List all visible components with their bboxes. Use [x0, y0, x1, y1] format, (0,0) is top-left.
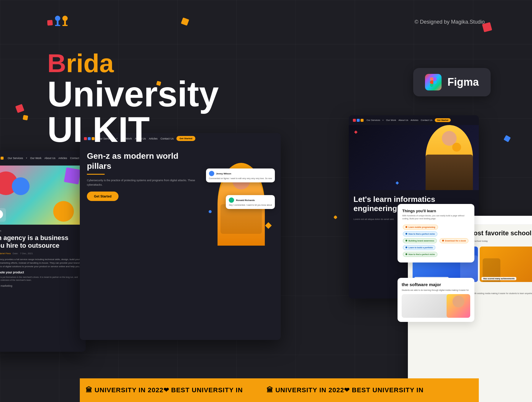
learn-tag-label-3: Download the e-book	[445, 240, 466, 242]
tr-card-nav: Our Services ▾ Our Work About Us Article…	[349, 115, 479, 125]
chat-name-2: Ronald Richards	[236, 199, 255, 202]
meta-date: 7 Dec, 2021	[20, 252, 33, 255]
preview-area: Our Services ▾ Our Work About Us Article…	[0, 127, 532, 402]
left-card-nav-links: Our Services ▾ Our Work About Us Article…	[8, 154, 86, 162]
person-deco-blue	[209, 210, 212, 213]
chat-text-2: Hey I commented. I want to let you know …	[229, 204, 272, 207]
learn-card-title: Things you'll learn	[402, 209, 470, 213]
left-card-image	[0, 166, 86, 225]
learn-tag-dot-5	[406, 253, 407, 255]
brida-b: B	[47, 48, 66, 78]
learn-tag-3[interactable]: Download the e-book	[439, 238, 469, 243]
avatar-placeholder	[0, 208, 6, 222]
left-card-promote-title: Promote your product	[0, 271, 81, 274]
copyright-text: © Designed by Magika.Studio	[415, 19, 485, 25]
tr-nav-articles[interactable]: Articles	[411, 119, 418, 121]
svg-point-1	[55, 16, 60, 21]
nav-our-work[interactable]: Our Work	[30, 157, 41, 160]
nav-dot-yellow	[1, 157, 4, 160]
card-center: Our Services ▾ Our Work About Us Article…	[80, 133, 281, 340]
tr-person	[426, 125, 473, 190]
learn-tag-0[interactable]: Learn mobile programming	[403, 225, 438, 230]
tr-deco-gold	[452, 143, 461, 152]
chat-bubble-2-header: Ronald Richards	[229, 197, 272, 203]
left-card-nav: Our Services ▾ Our Work About Us Article…	[0, 151, 86, 166]
software-card: the software major Students are able to …	[398, 278, 474, 322]
learn-card: Things you'll learn With hundreds of uni…	[398, 204, 474, 262]
deco-square-6	[15, 104, 25, 113]
title-university: University	[47, 76, 219, 112]
svg-rect-5	[64, 21, 66, 25]
learn-tag-dot-4	[406, 247, 407, 248]
learn-tag-label-0: Learn mobile programming	[408, 226, 435, 228]
tr-nav-dot-red	[353, 119, 356, 122]
tr-nav-contact[interactable]: Contact Us	[421, 119, 432, 121]
main-title-section: Brida University UI KIT	[47, 50, 219, 147]
left-card-body: Design An agency is a business you hire …	[0, 225, 86, 292]
left-card-tag: Design	[0, 229, 81, 232]
tr-person-shape	[426, 125, 473, 190]
nav-dropdown-arrow: ▾	[26, 157, 27, 159]
tr-nav-work[interactable]: Our Work	[386, 119, 396, 121]
software-subtitle: Students are able to do learning through…	[402, 289, 470, 292]
learn-tag-label-4: Learn to build a portfolio	[408, 247, 433, 249]
tr-nav-services[interactable]: Our Services	[366, 119, 380, 121]
svg-rect-6	[62, 25, 68, 26]
learn-tag-label-2: Building brand awareness	[408, 240, 434, 242]
avatar-circle	[0, 210, 3, 219]
learn-tag-1[interactable]: How to find a perfect niche	[403, 231, 437, 236]
shape-orange-circle	[53, 201, 74, 222]
chat-text-1: Commented on figma: I want to edit very …	[209, 177, 272, 180]
logo-icon	[47, 15, 71, 30]
software-title: the software major	[402, 282, 470, 287]
chat-avatar-2	[229, 197, 234, 203]
tr-nav-dot-blue	[357, 119, 360, 122]
software-person-thumb	[447, 294, 470, 318]
ticker-bar: 🏛 UNIVERSITY IN 2022❤ BEST UNIVERSITY IN…	[80, 378, 479, 402]
center-cta-button[interactable]: Get Started	[87, 192, 119, 201]
svg-rect-2	[57, 21, 59, 25]
card-left: Our Services ▾ Our Work About Us Article…	[0, 151, 86, 352]
figma-badge[interactable]: Figma	[413, 68, 491, 96]
learn-tags-container: Learn mobile programming How to find a p…	[402, 224, 470, 258]
tr-nav-about[interactable]: About Us	[398, 119, 408, 121]
svg-rect-3	[55, 25, 60, 26]
ticker-text: 🏛 UNIVERSITY IN 2022❤ BEST UNIVERSITY IN	[86, 386, 243, 394]
deco-square-5	[23, 115, 28, 121]
brida-rida: rida	[66, 48, 114, 78]
person-deco-diamond	[265, 222, 272, 229]
shape-blue-circle	[12, 177, 30, 195]
center-text-area: Gen-z as modern world pillars Cybersecur…	[87, 151, 209, 246]
shape-purple-rect	[64, 167, 81, 184]
center-headline: Gen-z as modern world pillars	[87, 151, 203, 171]
title-uikit: UI KIT	[47, 112, 219, 147]
learn-tag-4[interactable]: Learn to build a portfolio	[403, 245, 435, 250]
tr-hero-image	[349, 125, 479, 190]
tr-nav-links: Our Services ▾ Our Work About Us Article…	[366, 118, 475, 122]
software-person-head	[452, 296, 464, 307]
learn-tag-label-1: How to find a perfect niche	[408, 233, 435, 235]
nav-about-us[interactable]: About Us	[44, 157, 55, 160]
meta-author: Gabriel Fires	[0, 252, 11, 255]
learn-tag-dot-0	[406, 226, 407, 228]
header: © Designed by Magika.Studio	[0, 0, 532, 44]
tr-person-body	[426, 155, 473, 190]
tr-nav-dropdown: ▾	[382, 119, 384, 121]
learn-tag-2[interactable]: Building brand awareness	[403, 238, 437, 243]
nav-our-services[interactable]: Our Services	[8, 157, 23, 160]
chat-name-1: Jenny Wilson	[216, 172, 231, 175]
chat-bubble-1-header: Jenny Wilson	[209, 171, 272, 176]
center-underline	[87, 174, 105, 175]
ticker-text-repeat: 🏛 UNIVERSITY IN 2022❤ BEST UNIVERSITY IN	[267, 386, 424, 394]
figma-icon	[425, 74, 442, 90]
chat-bubble-2: Ronald Richards Hey I commented. I want …	[226, 195, 275, 209]
learn-tag-dot-3	[442, 240, 444, 241]
tr-nav-cta[interactable]: Get Started	[435, 118, 451, 122]
left-card-logo	[0, 157, 4, 160]
br-image-2: Has scored many achievements	[480, 247, 532, 282]
br-image-2-content	[480, 247, 532, 282]
learn-tag-5[interactable]: How to find a perfect niche	[403, 252, 437, 257]
meta-date-label: Date:	[13, 252, 18, 255]
left-card-body-text: An agency provides a full service range …	[0, 258, 81, 268]
nav-articles[interactable]: Articles	[58, 157, 67, 160]
